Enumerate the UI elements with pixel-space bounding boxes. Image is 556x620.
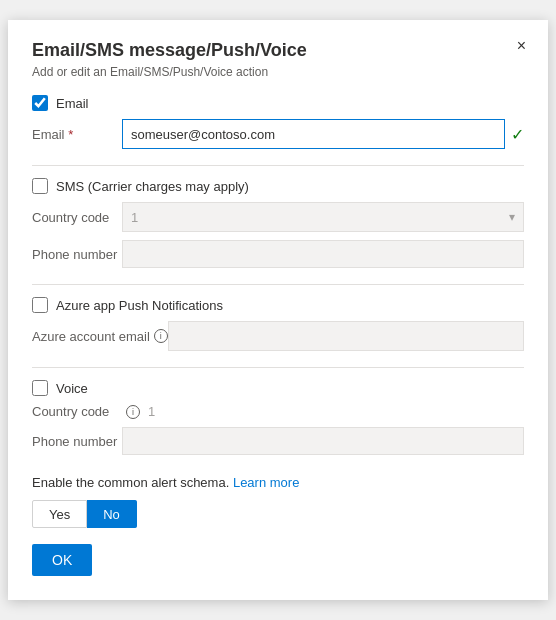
toggle-row: Yes No xyxy=(32,500,524,528)
dialog-subtitle: Add or edit an Email/SMS/Push/Voice acti… xyxy=(32,65,524,79)
voice-section: Voice Country code i 1 Phone number xyxy=(32,380,524,455)
ok-button[interactable]: OK xyxy=(32,544,92,576)
country-code-select[interactable]: 1 ▾ xyxy=(122,202,524,232)
voice-country-code-label: Country code xyxy=(32,404,122,419)
voice-country-code-value: 1 xyxy=(148,404,155,419)
sms-phone-input[interactable] xyxy=(122,240,524,268)
push-section: Azure app Push Notifications Azure accou… xyxy=(32,297,524,351)
common-alert-row: Enable the common alert schema. Learn mo… xyxy=(32,475,524,490)
email-input[interactable] xyxy=(122,119,505,149)
country-code-label: Country code xyxy=(32,210,122,225)
push-checkbox[interactable] xyxy=(32,297,48,313)
azure-email-label: Azure account email xyxy=(32,329,150,344)
country-code-value: 1 xyxy=(131,210,138,225)
email-section: Email Email ✓ xyxy=(32,95,524,149)
divider-2 xyxy=(32,284,524,285)
email-valid-icon: ✓ xyxy=(511,125,524,144)
dialog: × Email/SMS message/Push/Voice Add or ed… xyxy=(8,20,548,600)
voice-phone-label: Phone number xyxy=(32,434,122,449)
email-checkbox-label[interactable]: Email xyxy=(56,96,89,111)
sms-phone-label: Phone number xyxy=(32,247,122,262)
email-field-label: Email xyxy=(32,127,122,142)
azure-email-info-icon: i xyxy=(154,329,168,343)
yes-button[interactable]: Yes xyxy=(32,500,87,528)
voice-country-code-info-icon: i xyxy=(126,405,140,419)
sms-checkbox-label[interactable]: SMS (Carrier charges may apply) xyxy=(56,179,249,194)
no-button[interactable]: No xyxy=(87,500,137,528)
dialog-title: Email/SMS message/Push/Voice xyxy=(32,40,524,61)
common-alert-text: Enable the common alert schema. xyxy=(32,475,229,490)
chevron-down-icon: ▾ xyxy=(509,210,515,224)
sms-checkbox[interactable] xyxy=(32,178,48,194)
voice-checkbox[interactable] xyxy=(32,380,48,396)
divider-1 xyxy=(32,165,524,166)
azure-email-input[interactable] xyxy=(168,321,524,351)
email-checkbox[interactable] xyxy=(32,95,48,111)
push-checkbox-label[interactable]: Azure app Push Notifications xyxy=(56,298,223,313)
divider-3 xyxy=(32,367,524,368)
voice-phone-input[interactable] xyxy=(122,427,524,455)
voice-checkbox-label[interactable]: Voice xyxy=(56,381,88,396)
sms-section: SMS (Carrier charges may apply) Country … xyxy=(32,178,524,268)
learn-more-link[interactable]: Learn more xyxy=(233,475,299,490)
close-button[interactable]: × xyxy=(511,36,532,56)
